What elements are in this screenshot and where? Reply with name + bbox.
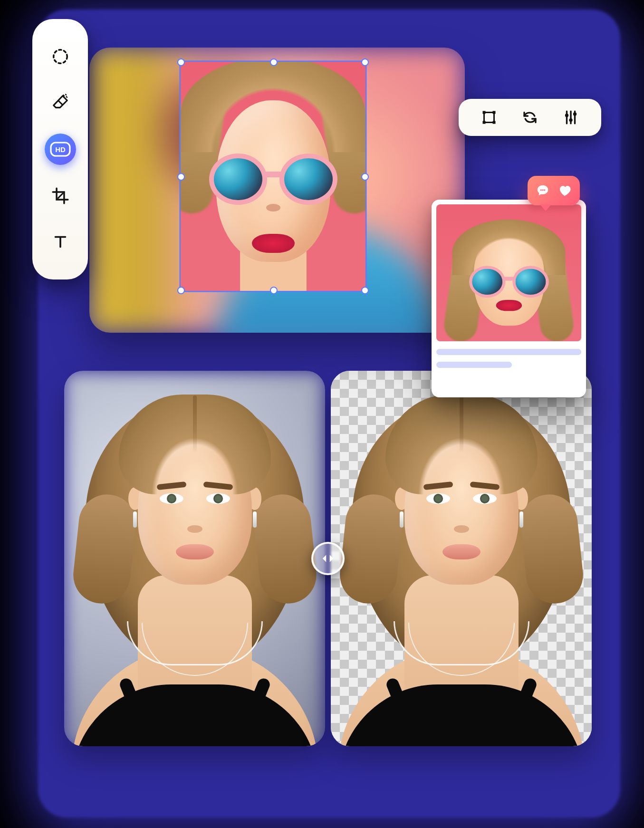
svg-point-9 <box>569 118 572 122</box>
text-icon <box>52 233 69 250</box>
sliders-icon <box>563 109 579 125</box>
svg-rect-4 <box>483 111 486 114</box>
crop-handle-bottom-right[interactable] <box>361 287 369 294</box>
crop-icon <box>51 187 69 205</box>
editor-canvas[interactable] <box>89 48 465 333</box>
preview-image <box>436 204 581 341</box>
svg-point-10 <box>573 112 577 116</box>
subject-portrait-cutout <box>338 375 585 746</box>
svg-point-11 <box>540 189 541 191</box>
svg-point-0 <box>53 49 67 63</box>
comment-icon <box>536 183 550 198</box>
svg-rect-5 <box>493 111 496 114</box>
magic-select-tool[interactable] <box>45 41 76 72</box>
cropped-region <box>181 62 365 291</box>
eraser-icon <box>51 94 69 112</box>
heart-icon <box>557 183 572 198</box>
svg-point-13 <box>544 189 545 191</box>
placeholder-line <box>436 349 581 355</box>
svg-point-8 <box>565 114 568 117</box>
bounding-box-icon <box>481 109 498 126</box>
dashed-circle-icon <box>51 48 69 66</box>
reaction-bubble <box>528 176 580 205</box>
svg-text:HD: HD <box>55 145 66 154</box>
crop-tool[interactable] <box>45 180 76 212</box>
horizontal-toolbar <box>459 99 601 136</box>
crop-handle-top-mid[interactable] <box>270 58 278 66</box>
svg-rect-6 <box>483 121 486 124</box>
hd-enhance-tool[interactable]: HD <box>45 134 76 165</box>
svg-rect-3 <box>484 113 494 123</box>
adjust-tool[interactable] <box>560 107 581 128</box>
text-tool[interactable] <box>45 226 76 258</box>
eraser-tool[interactable] <box>45 87 76 118</box>
before-after-comparison <box>64 371 592 746</box>
crop-handle-top-right[interactable] <box>361 58 369 66</box>
crop-handle-bottom-mid[interactable] <box>270 287 278 294</box>
comparison-after <box>331 371 592 746</box>
comparison-slider-handle[interactable] <box>311 542 345 575</box>
rotate-icon <box>521 109 538 126</box>
crop-selection[interactable] <box>180 61 366 292</box>
rotate-tool[interactable] <box>519 107 540 128</box>
crop-handle-top-left[interactable] <box>177 58 185 66</box>
crop-handle-mid-right[interactable] <box>361 173 369 181</box>
svg-point-12 <box>542 189 543 191</box>
placeholder-line <box>436 362 512 368</box>
svg-rect-7 <box>493 121 496 124</box>
subject-portrait <box>71 375 318 746</box>
comparison-before <box>64 371 325 746</box>
preview-text-placeholder <box>436 349 581 375</box>
transform-tool[interactable] <box>479 107 500 128</box>
hd-badge-icon: HD <box>50 142 71 157</box>
vertical-toolbar: HD <box>32 19 88 279</box>
crop-handle-mid-left[interactable] <box>177 173 185 181</box>
slider-arrows-icon <box>321 551 335 566</box>
crop-handle-bottom-left[interactable] <box>177 287 185 294</box>
social-preview-card <box>432 200 586 397</box>
